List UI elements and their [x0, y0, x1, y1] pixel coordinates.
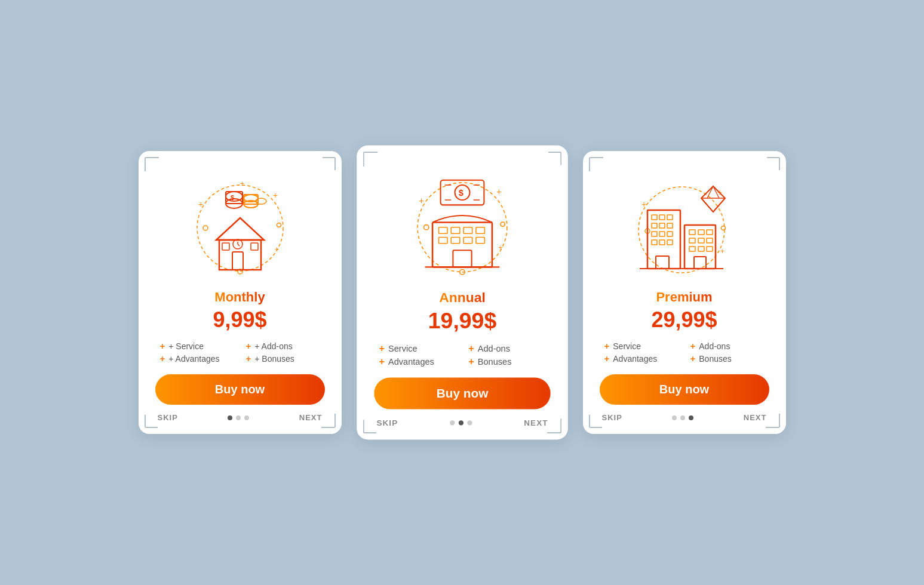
- svg-rect-17: [219, 240, 261, 270]
- dot-2: [458, 420, 463, 425]
- premium-bottom-nav: SKIP NEXT: [600, 413, 769, 422]
- corner-decoration: [145, 415, 158, 428]
- corner-decoration: [548, 152, 561, 165]
- annual-card: + + + $: [357, 146, 568, 440]
- svg-rect-66: [659, 223, 665, 228]
- monthly-icon-area: + + + + $: [180, 165, 300, 285]
- svg-rect-77: [698, 230, 704, 235]
- svg-rect-70: [667, 232, 673, 236]
- svg-rect-40: [451, 227, 460, 233]
- premium-next[interactable]: NEXT: [744, 413, 767, 422]
- svg-point-5: [203, 226, 208, 230]
- svg-text:+: +: [273, 190, 278, 200]
- svg-point-6: [277, 223, 281, 227]
- annual-buy-button[interactable]: Buy now: [374, 377, 550, 409]
- dot-3: [244, 415, 249, 420]
- monthly-next[interactable]: NEXT: [299, 413, 323, 422]
- svg-rect-23: [251, 243, 258, 250]
- premium-plan-price: 29,99$: [651, 307, 717, 332]
- svg-line-21: [238, 244, 240, 246]
- feature-advantages: + Advantages: [379, 356, 456, 367]
- svg-rect-46: [475, 237, 484, 243]
- svg-rect-69: [659, 232, 665, 236]
- svg-rect-76: [689, 230, 695, 235]
- feature-bonuses: + Bonuses: [468, 356, 545, 367]
- svg-rect-22: [222, 243, 229, 250]
- monthly-plan-name: Monthly: [214, 290, 265, 305]
- pricing-cards-container: + + + + $: [139, 151, 786, 434]
- svg-rect-45: [463, 237, 472, 243]
- monthly-plan-price: 9,99$: [213, 307, 266, 332]
- feature-advantages: + Advantages: [604, 353, 679, 364]
- premium-buy-button[interactable]: Buy now: [600, 374, 769, 405]
- svg-point-54: [721, 226, 725, 230]
- feature-advantages: + + Advantages: [160, 353, 234, 364]
- city-diamond-icon: + + +: [625, 165, 744, 285]
- svg-text:$: $: [458, 188, 463, 198]
- svg-rect-44: [451, 237, 460, 243]
- monthly-dots: [228, 415, 249, 420]
- dot-1: [672, 415, 677, 420]
- feature-service: + Service: [604, 341, 679, 351]
- premium-skip[interactable]: SKIP: [602, 413, 622, 422]
- house-icon: + + + + $: [180, 165, 300, 285]
- annual-plan-price: 19,99$: [428, 308, 496, 334]
- svg-text:+: +: [419, 196, 424, 205]
- premium-icon-area: + + +: [625, 165, 744, 285]
- svg-rect-81: [707, 238, 713, 243]
- feature-service: + Service: [379, 343, 456, 353]
- svg-marker-16: [216, 218, 264, 240]
- svg-rect-47: [453, 250, 471, 267]
- svg-line-59: [701, 198, 713, 212]
- annual-next[interactable]: NEXT: [524, 418, 548, 427]
- svg-text:+: +: [720, 247, 725, 255]
- dot-3: [467, 420, 472, 425]
- building-icon: + + + $: [400, 160, 524, 284]
- feature-addons: + Add-ons: [468, 343, 545, 353]
- svg-rect-61: [647, 210, 680, 269]
- svg-rect-64: [667, 215, 673, 220]
- svg-point-29: [500, 222, 504, 226]
- premium-plan-name: Premium: [656, 290, 712, 305]
- svg-rect-43: [438, 237, 447, 243]
- svg-rect-82: [689, 247, 695, 251]
- corner-decoration: [767, 157, 780, 170]
- monthly-buy-button[interactable]: Buy now: [155, 374, 325, 405]
- annual-bottom-nav: SKIP NEXT: [374, 418, 550, 427]
- annual-plan-name: Annual: [439, 290, 486, 306]
- corner-decoration: [589, 415, 602, 428]
- annual-features: + Service + Add-ons + Advantages + Bonus…: [374, 343, 550, 367]
- dot-1: [450, 420, 455, 425]
- dot-3: [689, 415, 693, 420]
- monthly-skip[interactable]: SKIP: [158, 413, 178, 422]
- dot-1: [228, 415, 232, 420]
- corner-decoration: [323, 157, 336, 170]
- svg-rect-83: [698, 247, 704, 251]
- corner-decoration: [363, 420, 376, 433]
- svg-rect-63: [659, 215, 665, 220]
- feature-addons: + + Add-ons: [246, 341, 320, 351]
- svg-rect-79: [689, 238, 695, 243]
- svg-text:+: +: [198, 199, 203, 209]
- svg-point-0: [197, 185, 283, 271]
- svg-line-57: [707, 186, 713, 198]
- feature-bonuses: + + Bonuses: [246, 353, 320, 364]
- dot-2: [236, 415, 241, 420]
- svg-text:$: $: [231, 194, 234, 201]
- svg-rect-62: [652, 215, 657, 220]
- dot-2: [680, 415, 685, 420]
- premium-features: + Service + Add-ons + Advantages + Bonus…: [600, 341, 769, 364]
- svg-rect-41: [463, 227, 472, 233]
- svg-rect-39: [438, 227, 447, 233]
- monthly-card: + + + + $: [139, 151, 342, 434]
- svg-rect-18: [232, 252, 243, 270]
- svg-rect-84: [707, 247, 713, 251]
- svg-point-28: [423, 225, 428, 230]
- svg-rect-73: [667, 240, 673, 245]
- feature-service: + + Service: [160, 341, 234, 351]
- annual-skip[interactable]: SKIP: [376, 418, 398, 427]
- svg-text:+: +: [496, 187, 502, 196]
- svg-point-15: [256, 198, 266, 204]
- feature-bonuses: + Bonuses: [690, 353, 765, 364]
- svg-text:+: +: [498, 244, 502, 252]
